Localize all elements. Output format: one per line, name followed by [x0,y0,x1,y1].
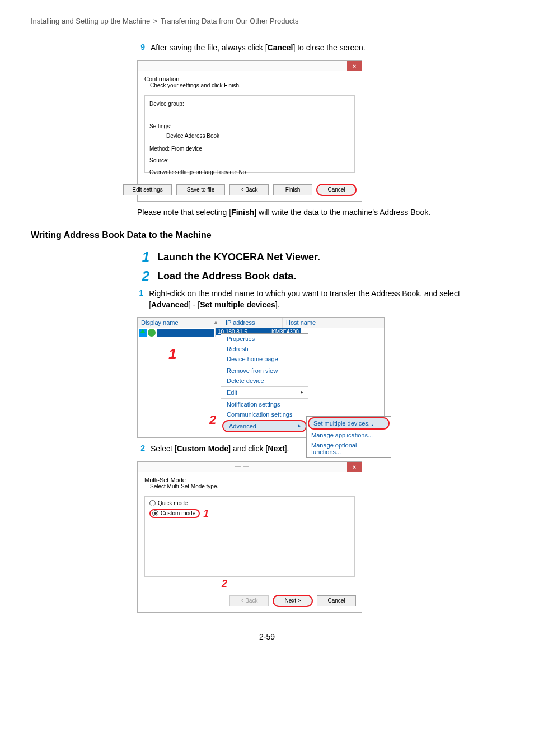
menu-edit[interactable]: Edit [221,388,308,398]
callout-2: 2 [138,578,362,590]
quick-mode-label: Quick mode [158,500,188,506]
sub-num-2: 2 [137,444,145,455]
sub-step-1: 1 Right-click on the model name to which… [137,288,503,310]
breadcrumb-part1: Installing and Setting up the Machine [31,17,150,25]
sub-text-2: Select [Custom Mode] and click [Next]. [151,444,289,455]
dialog-subheading: Select Multi-Set Mode type. [144,483,355,489]
callout-1: 1 [168,346,176,363]
device-list-figure: Display name ▲ IP address Host name 10.1… [137,317,385,438]
dialog-heading: Confirmation [144,76,355,82]
menu-device-home[interactable]: Device home page [221,354,308,364]
submenu-set-multiple[interactable]: Set multiple devices... [308,417,390,430]
edit-settings-button[interactable]: Edit settings [123,184,172,195]
menu-advanced[interactable]: Advanced [222,420,307,432]
settings-label: Settings: [149,122,350,131]
custom-mode-label: Custom mode [161,510,195,516]
menu-refresh[interactable]: Refresh [221,344,308,354]
sub-text-1: Right-click on the model name to which y… [149,288,503,310]
custom-mode-row[interactable]: Custom mode [149,509,200,518]
step-9: 9 After saving the file, always click [C… [137,43,503,54]
major-text-1: Launch the KYOCERA Net Viewer. [157,250,320,264]
device-icon [138,328,215,337]
method-label: Method: From device [149,144,350,153]
callout-2: 2 [209,413,216,427]
menu-communication[interactable]: Communication settings [221,409,308,419]
cancel-button[interactable]: Cancel [317,595,356,606]
menu-notification[interactable]: Notification settings [221,399,308,409]
titlebar: — — × [138,61,362,71]
settings-summary: Device group: — — — — Settings: Device A… [144,95,355,173]
major-step-2: 2 Load the Address Book data. [137,269,503,283]
source-row: Source: — — — — [149,156,350,165]
major-num-2: 2 [137,269,149,283]
overwrite-label: Overwrite settings on target device: No [149,167,350,177]
radio-icon[interactable] [152,510,158,516]
device-group-value-blur: — — — — [149,109,350,118]
titlebar-title: — — [138,462,347,472]
close-icon[interactable]: × [347,462,362,472]
device-group-label: Device group: [149,99,350,109]
dialog-subheading: Check your settings and click Finish. [144,82,355,88]
major-text-2: Load the Address Book data. [157,269,296,283]
breadcrumb-part2: Transferring Data from Our Other Product… [161,17,299,25]
submenu: Set multiple devices... Manage applicati… [306,416,391,458]
context-menu: Properties Refresh Device home page Remo… [221,333,308,433]
menu-remove[interactable]: Remove from view [221,366,308,376]
radio-icon[interactable] [149,500,156,506]
quick-mode-row[interactable]: Quick mode [149,500,350,506]
cancel-button[interactable]: Cancel [317,184,356,195]
source-label: Source: [149,157,168,164]
col-ip-address[interactable]: IP address [222,318,283,328]
menu-delete[interactable]: Delete device [221,376,308,386]
button-row: Edit settings Save to file < Back Finish… [138,179,362,201]
titlebar: — — × [138,462,362,472]
button-row: < Back Next > Cancel [138,590,362,612]
step-num-9: 9 [137,43,145,54]
submenu-manage-apps[interactable]: Manage applications... [307,430,391,440]
titlebar-title: — — [138,61,347,71]
major-step-1: 1 Launch the KYOCERA Net Viewer. [137,250,503,264]
page-number: 2-59 [31,632,503,641]
next-button[interactable]: Next > [273,595,312,606]
back-button[interactable]: < Back [229,184,269,195]
section-heading: Writing Address Book Data to the Machine [31,230,503,240]
col-display-name[interactable]: Display name [141,319,179,326]
header-rule [31,30,503,30]
confirmation-dialog: — — × Confirmation Check your settings a… [137,60,362,202]
col-host-name[interactable]: Host name [283,318,384,328]
dialog-heading: Multi-Set Mode [144,477,355,483]
finish-button[interactable]: Finish [273,184,312,195]
callout-1: 1 [203,508,209,520]
back-button[interactable]: < Back [229,595,269,606]
sort-icon[interactable]: ▲ [213,319,218,326]
breadcrumb: Installing and Setting up the Machine > … [31,17,503,25]
submenu-manage-opt[interactable]: Manage optional functions... [307,440,391,457]
settings-value: Device Address Book [149,131,350,141]
breadcrumb-sep: > [152,17,159,25]
table-header: Display name ▲ IP address Host name [138,318,384,328]
mode-box: Quick mode Custom mode 1 [144,496,355,577]
major-num-1: 1 [137,250,149,264]
sub-num-1: 1 [137,288,143,310]
multiset-dialog: — — × Multi-Set Mode Select Multi-Set Mo… [137,461,362,613]
device-name-blur [157,329,214,337]
menu-properties[interactable]: Properties [221,334,308,344]
source-value-blur: — — — — [170,157,197,164]
save-to-file-button[interactable]: Save to file [176,184,225,195]
close-icon[interactable]: × [347,61,362,71]
step-text-9: After saving the file, always click [Can… [151,43,366,54]
finish-note: Please note that selecting [Finish] will… [137,207,503,218]
